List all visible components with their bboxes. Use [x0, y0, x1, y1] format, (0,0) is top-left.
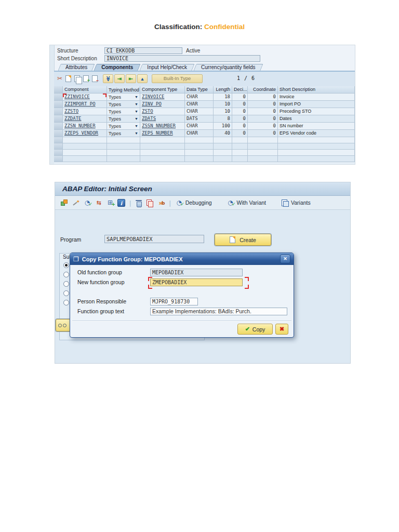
subobject-radio-5[interactable] [63, 300, 69, 305]
tab-attributes[interactable]: Attributes [59, 64, 94, 71]
copy-object-icon[interactable] [146, 199, 153, 207]
header-typing-method[interactable]: Typing Method [107, 86, 140, 94]
program-input[interactable]: SAPLMEPOBADIEX [104, 235, 204, 243]
cut-icon[interactable] [56, 75, 63, 83]
new-function-group-label: New function group [77, 279, 124, 285]
tab-components[interactable]: Components [95, 64, 139, 71]
dropdown-icon[interactable]: ▼ [135, 110, 138, 113]
move-down-icon[interactable]: ≫ [103, 74, 113, 83]
built-in-type-button[interactable]: Built-In Type [152, 74, 203, 83]
dropdown-icon[interactable]: ▼ [135, 117, 138, 121]
row-selector[interactable] [54, 150, 63, 156]
table-row[interactable]: ZZSTOTypes▼ZSTOCHAR1000Preceding STO [54, 108, 355, 115]
header-coordinate[interactable]: Coordinate [248, 86, 278, 94]
dialog-titlebar[interactable]: ❐ Copy Function Group: MEPOBADIEX ✕ [70, 253, 294, 265]
cell-comp[interactable]: ZZSTO [63, 108, 107, 115]
variants-button[interactable]: Variants [281, 199, 311, 207]
create-button[interactable]: Create [215, 234, 271, 246]
header-data-type[interactable]: Data Type [185, 86, 214, 94]
subobject-radio-3[interactable] [63, 281, 69, 287]
short-description-input[interactable]: INVOICE [104, 55, 260, 62]
header-short-description[interactable]: Short Description [278, 86, 355, 94]
cell-typ[interactable]: Types▼ [107, 130, 140, 137]
cell-typ[interactable]: Types▼ [107, 108, 140, 115]
subobject-radio-2[interactable] [63, 272, 69, 277]
cell-comp[interactable]: ZZDATE [63, 115, 107, 123]
cell-len: 10 [214, 101, 232, 108]
dropdown-icon[interactable]: ▼ [135, 124, 138, 128]
transport-icon[interactable] [95, 199, 103, 207]
cell-ctype[interactable]: ZINV_PO [140, 101, 185, 108]
append-entry-icon[interactable]: ⇤ [126, 74, 136, 83]
row-selector[interactable] [54, 108, 63, 115]
function-group-text-input[interactable]: Example Implementations: BAdIs: Purch. [150, 308, 287, 315]
subobject-radio-4[interactable] [63, 290, 69, 296]
debugging-button[interactable]: Debugging [175, 199, 212, 207]
empty-table-row[interactable] [54, 137, 355, 143]
info-icon[interactable] [117, 199, 125, 207]
header-decimals[interactable]: Deci... [232, 86, 248, 94]
close-icon[interactable]: ✕ [280, 255, 290, 263]
execute-icon[interactable] [83, 199, 91, 207]
cell-ctype[interactable]: ZINVOICE [140, 94, 185, 101]
cell-ctype[interactable]: ZEPS_NUMBER [140, 130, 185, 137]
subobject-radio-1[interactable] [63, 262, 69, 268]
cell-typ[interactable]: Types▼ [107, 101, 140, 108]
table-row[interactable]: ZZIMPORT_POTypes▼ZINV_POCHAR1000Import P… [54, 101, 355, 108]
cell-comp[interactable]: ZZINVOICE [63, 94, 107, 101]
copy-pages-icon[interactable] [74, 75, 80, 82]
row-selector[interactable] [54, 101, 63, 108]
row-selector[interactable] [54, 115, 63, 123]
enhancement-icon[interactable] [106, 199, 114, 207]
cell-comp[interactable]: ZZIMPORT_PO [63, 101, 107, 108]
header-component-type[interactable]: Component Type [140, 86, 185, 94]
cell-comp[interactable]: ZZSN_NUMBER [63, 123, 107, 130]
cell-sdesc: Import PO [278, 101, 355, 108]
cancel-button[interactable]: ✖ [275, 324, 288, 335]
empty-table-row[interactable] [54, 150, 355, 156]
tab-input-help-check[interactable]: Input Help/Check [141, 64, 193, 71]
table-row[interactable]: ZZINVOICETypes▼ZINVOICECHAR1800Invoice [54, 94, 355, 101]
row-selector[interactable] [54, 123, 63, 130]
row-selector[interactable] [54, 130, 63, 137]
cell-typ[interactable]: Types▼ [107, 115, 140, 123]
header-component[interactable]: Component [63, 86, 107, 94]
new-function-group-input[interactable]: ZMEPOBADIEX [150, 278, 243, 286]
row-selector[interactable] [54, 137, 63, 143]
person-responsible-input[interactable]: MJPRO_918730 [150, 298, 198, 305]
dropdown-icon[interactable]: ▼ [135, 102, 138, 106]
structure-input[interactable]: CI_EKKODB [104, 47, 182, 54]
dialog-footer-separator [72, 321, 291, 322]
delete-trash-icon[interactable] [135, 199, 143, 207]
table-row[interactable]: ZZSN_NUMBERTypes▼ZSSN_NNUMBERCHAR10000SN… [54, 123, 355, 130]
header-length[interactable]: Length [214, 86, 232, 94]
copy-entry-icon[interactable] [65, 75, 71, 82]
row-selector[interactable] [54, 156, 63, 162]
display-button[interactable] [56, 319, 71, 331]
cell-ctype[interactable]: ZDATS [140, 115, 185, 123]
insert-row-icon[interactable]: + [83, 75, 89, 82]
with-variant-button[interactable]: With Variant [227, 199, 266, 207]
cell-typ[interactable]: Types▼ [107, 123, 140, 130]
pattern-wand-icon[interactable] [72, 199, 80, 207]
empty-cell [232, 150, 248, 156]
cell-ctype[interactable]: ZSSN_NNUMBER [140, 123, 185, 130]
cell-ctype[interactable]: ZSTO [140, 108, 185, 115]
table-row[interactable]: ZZEPS_VENDORTypes▼ZEPS_NUMBERCHAR4000EPS… [54, 130, 355, 137]
rename-icon[interactable] [156, 199, 165, 207]
empty-table-row[interactable] [54, 143, 355, 150]
cell-typ[interactable]: Types▼ [107, 94, 140, 101]
dropdown-icon[interactable]: ▼ [135, 131, 138, 135]
tab-currency-quantity-fields[interactable]: Currency/quantity fields [195, 64, 262, 71]
empty-table-row[interactable] [54, 156, 355, 162]
other-object-icon[interactable] [60, 199, 69, 207]
copy-confirm-button[interactable]: ✔ Copy [237, 324, 273, 335]
move-up-icon[interactable]: ▲ [137, 74, 148, 83]
delete-row-icon[interactable]: − [92, 75, 98, 82]
row-selector[interactable] [54, 143, 63, 150]
cell-comp[interactable]: ZZEPS_VENDOR [63, 130, 107, 137]
dropdown-icon[interactable]: ▼ [135, 95, 138, 99]
row-selector[interactable] [54, 94, 63, 101]
table-row[interactable]: ZZDATETypes▼ZDATSDATS800Dates [54, 115, 355, 123]
insert-entry-icon[interactable]: ⇥ [114, 74, 125, 83]
